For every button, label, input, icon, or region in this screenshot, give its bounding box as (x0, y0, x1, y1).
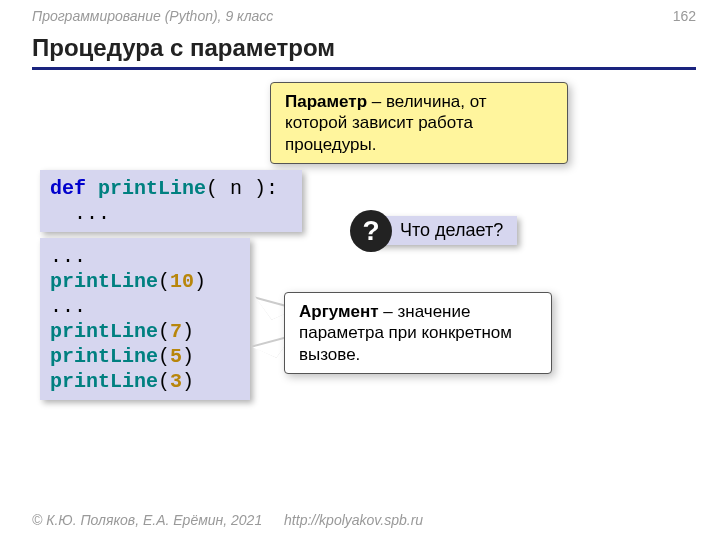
call-arg: 5 (170, 345, 182, 368)
paren-close: ) (182, 320, 194, 343)
call-fn: printLine (50, 320, 158, 343)
question-box: Что делает? (372, 216, 517, 245)
call-fn: printLine (50, 270, 158, 293)
signature: ( n ): (206, 177, 278, 200)
paren-open: ( (158, 320, 170, 343)
ellipsis: ... (50, 295, 86, 318)
paren-open: ( (158, 270, 170, 293)
code-calls-box: ... printLine(10) ... printLine(7) print… (40, 238, 250, 400)
call-fn: printLine (50, 345, 158, 368)
keyword-def: def (50, 177, 86, 200)
code-definition-box: def printLine( n ): ... (40, 170, 302, 232)
paren-open: ( (158, 370, 170, 393)
question-icon: ? (350, 210, 392, 252)
call-arg: 10 (170, 270, 194, 293)
paren-close: ) (182, 370, 194, 393)
page-number: 162 (673, 8, 696, 24)
paren-open: ( (158, 345, 170, 368)
call-arg: 3 (170, 370, 182, 393)
footer: © К.Ю. Поляков, Е.А. Ерёмин, 2021 http:/… (32, 512, 423, 528)
ellipsis: ... (50, 245, 86, 268)
call-fn: printLine (50, 370, 158, 393)
callout-argument-term: Аргумент (299, 302, 379, 321)
callout-argument: Аргумент – значение параметра при конкре… (284, 292, 552, 374)
paren-close: ) (182, 345, 194, 368)
function-name: printLine (98, 177, 206, 200)
page-title: Процедура с параметром (32, 34, 335, 62)
call-arg: 7 (170, 320, 182, 343)
subtitle-text: Программирование (Python), 9 класс (32, 8, 273, 24)
paren-close: ) (194, 270, 206, 293)
copyright-text: © К.Ю. Поляков, Е.А. Ерёмин, 2021 (32, 512, 262, 528)
title-underline (32, 67, 696, 70)
body-ellipsis: ... (50, 202, 110, 225)
footer-url: http://kpolyakov.spb.ru (284, 512, 423, 528)
callout-parameter-term: Параметр (285, 92, 367, 111)
question-text: Что делает? (400, 220, 503, 240)
callout-parameter: Параметр – величина, от которой зависит … (270, 82, 568, 164)
